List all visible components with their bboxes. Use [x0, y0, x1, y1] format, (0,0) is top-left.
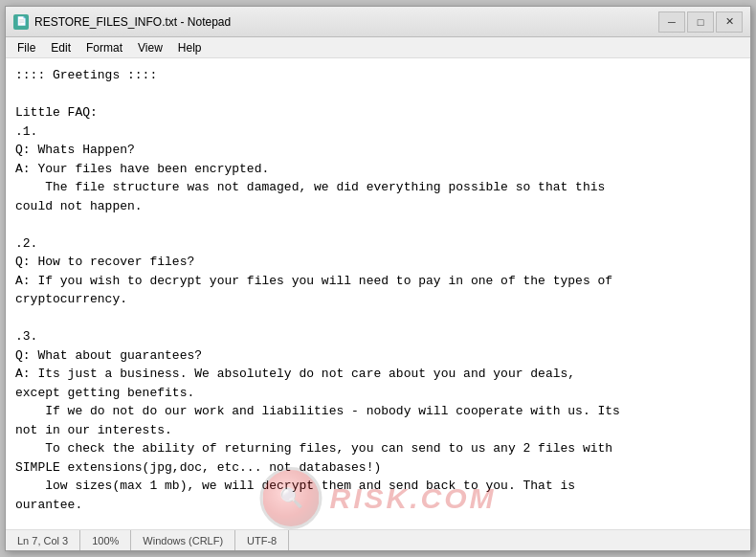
menu-file[interactable]: File — [10, 39, 43, 56]
text-editor[interactable]: :::: Greetings :::: Little FAQ: .1. Q: W… — [6, 58, 750, 529]
status-encoding: UTF-8 — [235, 530, 289, 550]
close-button[interactable]: ✕ — [716, 11, 743, 33]
app-icon: 📄 — [13, 14, 29, 30]
window-controls: ─ □ ✕ — [658, 11, 743, 33]
menu-bar: File Edit Format View Help — [6, 37, 750, 58]
status-line-ending: Windows (CRLF) — [131, 530, 235, 550]
status-position: Ln 7, Col 3 — [13, 530, 80, 550]
menu-help[interactable]: Help — [170, 39, 210, 56]
title-bar: 📄 RESTORE_FILES_INFO.txt - Notepad ─ □ ✕ — [6, 7, 750, 37]
minimize-button[interactable]: ─ — [658, 11, 685, 33]
notepad-window: 📄 RESTORE_FILES_INFO.txt - Notepad ─ □ ✕… — [5, 6, 751, 551]
maximize-button[interactable]: □ — [687, 11, 714, 33]
menu-format[interactable]: Format — [78, 39, 130, 56]
menu-edit[interactable]: Edit — [43, 39, 78, 56]
status-bar: Ln 7, Col 3 100% Windows (CRLF) UTF-8 — [6, 529, 750, 550]
window-title: RESTORE_FILES_INFO.txt - Notepad — [34, 15, 658, 29]
status-zoom: 100% — [80, 530, 131, 550]
menu-view[interactable]: View — [130, 39, 170, 56]
content-area: :::: Greetings :::: Little FAQ: .1. Q: W… — [6, 58, 750, 529]
